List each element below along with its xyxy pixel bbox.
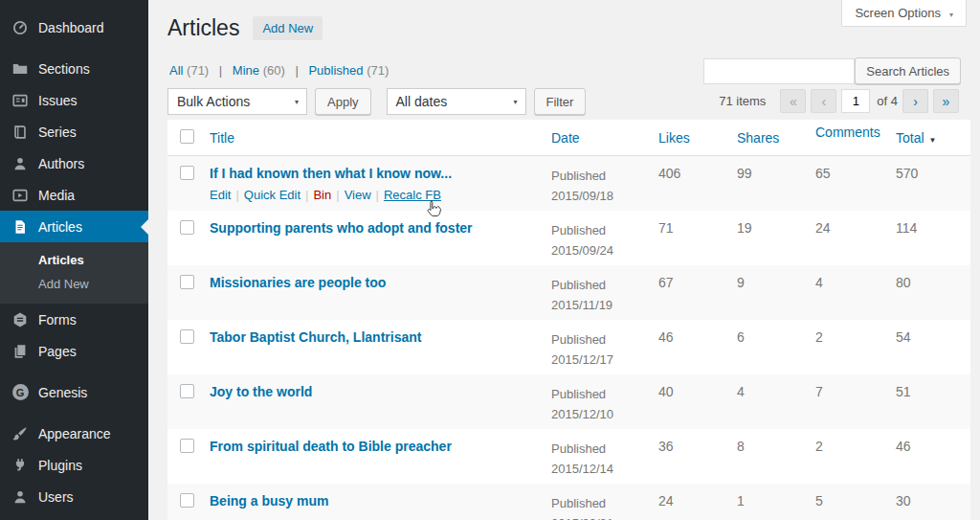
sidebar-item-genesis[interactable]: G Genesis <box>0 376 148 408</box>
total-value: 51 <box>888 374 970 429</box>
likes-value: 40 <box>651 374 729 429</box>
search-articles-button[interactable]: Search Articles <box>855 57 961 84</box>
screen-options-button[interactable]: Screen Options▾ <box>841 0 967 27</box>
sidebar-item-sections[interactable]: Sections <box>0 53 148 84</box>
column-header-title[interactable]: Title <box>210 130 234 146</box>
row-checkbox[interactable] <box>180 439 194 453</box>
apply-button[interactable]: Apply <box>315 88 371 115</box>
edit-link[interactable]: Edit <box>210 188 231 202</box>
column-header-date[interactable]: Date <box>551 130 580 146</box>
document-icon <box>11 217 30 237</box>
page-title: Articles <box>167 15 239 41</box>
sidebar-item-media[interactable]: Media <box>0 179 148 211</box>
bulk-actions-select[interactable]: Bulk Actions ▾ <box>167 88 307 115</box>
search-input[interactable] <box>703 58 855 84</box>
shares-value: 4 <box>729 374 808 429</box>
separator: | <box>376 188 379 202</box>
pagination: 71 items « ‹ of 4 › » <box>719 89 959 113</box>
row-checkbox[interactable] <box>180 384 194 398</box>
comments-value: 4 <box>808 265 888 320</box>
view-count: (71) <box>187 63 209 78</box>
view-link[interactable]: View <box>345 188 371 202</box>
next-page-button[interactable]: › <box>902 89 928 113</box>
sidebar-item-forms[interactable]: Forms <box>0 304 148 335</box>
screen-options-label: Screen Options <box>855 6 941 20</box>
sidebar-item-label: Dashboard <box>38 20 104 35</box>
post-status: Published <box>551 166 651 186</box>
last-page-button[interactable]: » <box>933 89 959 113</box>
post-date: 2015/09/24 <box>551 240 651 260</box>
row-checkbox[interactable] <box>180 275 194 289</box>
comments-value: 2 <box>808 429 888 484</box>
sidebar-item-users[interactable]: Users <box>0 481 148 512</box>
submenu-item-add-new[interactable]: Add New <box>0 272 148 296</box>
row-checkbox[interactable] <box>180 220 194 235</box>
total-value: 80 <box>888 265 970 320</box>
sidebar-item-dashboard[interactable]: Dashboard <box>0 11 148 43</box>
view-filter-all[interactable]: All <box>169 63 183 78</box>
view-filter-published[interactable]: Published <box>308 63 363 78</box>
date-filter-select[interactable]: All dates ▾ <box>387 88 526 115</box>
add-new-button[interactable]: Add New <box>253 16 323 40</box>
row-checkbox[interactable] <box>180 493 194 508</box>
brush-icon <box>11 424 30 443</box>
view-count: (60) <box>263 63 285 78</box>
current-page-input[interactable] <box>841 89 870 113</box>
folder-icon <box>11 59 30 79</box>
post-status: Published <box>551 220 651 240</box>
article-title-link[interactable]: Supporting parents who adopt and foster <box>210 220 473 236</box>
row-checkbox[interactable] <box>180 166 194 180</box>
column-header-likes[interactable]: Likes <box>658 130 690 146</box>
list-toolbar: Bulk Actions ▾ Apply All dates ▾ Filter … <box>167 88 970 117</box>
pages-icon <box>11 342 30 361</box>
first-page-button[interactable]: « <box>780 89 806 113</box>
active-menu-arrow <box>133 219 148 235</box>
sidebar-item-authors[interactable]: Authors <box>0 147 148 179</box>
sidebar-item-plugins[interactable]: Plugins <box>0 449 148 481</box>
sidebar-item-issues[interactable]: Issues <box>0 84 148 116</box>
prev-page-button[interactable]: ‹ <box>811 89 836 113</box>
view-count: (71) <box>367 63 389 78</box>
table-row: Being a busy mum Published2015/09/21 24 … <box>167 484 970 520</box>
filter-button[interactable]: Filter <box>534 88 587 115</box>
column-header-comments[interactable]: Comments <box>815 124 880 140</box>
bin-link[interactable]: Bin <box>313 188 331 202</box>
quick-edit-link[interactable]: Quick Edit <box>244 188 301 202</box>
article-title-link[interactable]: Joy to the world <box>210 384 312 399</box>
book-icon <box>11 123 30 142</box>
items-count: 71 items <box>719 94 766 108</box>
table-row: If I had known then what I know now... E… <box>167 156 970 211</box>
id-card-icon <box>11 91 30 110</box>
sidebar-item-pages[interactable]: Pages <box>0 335 148 367</box>
table-row: From spiritual death to Bible preacher P… <box>167 429 970 484</box>
genesis-icon: G <box>11 383 30 402</box>
post-date: 2015/12/10 <box>551 404 651 424</box>
submenu-item-articles[interactable]: Articles <box>0 248 148 272</box>
recalc-fb-link[interactable]: Recalc FB <box>384 188 441 202</box>
article-title-link[interactable]: If I had known then what I know now... <box>210 166 452 181</box>
likes-value: 406 <box>651 156 729 211</box>
separator: | <box>295 63 298 78</box>
view-filter-mine[interactable]: Mine <box>233 63 259 78</box>
column-header-total[interactable]: Total <box>896 130 924 146</box>
article-title-link[interactable]: Being a busy mum <box>210 493 328 509</box>
likes-value: 36 <box>651 429 729 484</box>
select-all-checkbox[interactable] <box>180 129 194 144</box>
row-checkbox[interactable] <box>180 329 194 344</box>
post-status: Published <box>551 439 651 459</box>
post-date: 2015/09/21 <box>551 513 651 520</box>
sidebar-item-label: Genesis <box>38 385 87 400</box>
separator: | <box>336 188 339 202</box>
shares-value: 99 <box>729 156 808 211</box>
sidebar-item-articles[interactable]: Articles <box>0 211 148 242</box>
sidebar-item-series[interactable]: Series <box>0 116 148 147</box>
post-status: Published <box>551 493 651 513</box>
article-title-link[interactable]: From spiritual death to Bible preacher <box>210 439 452 454</box>
shares-value: 19 <box>729 211 808 265</box>
article-title-link[interactable]: Tabor Baptist Church, Llantrisant <box>210 329 421 345</box>
post-status: Published <box>551 384 651 404</box>
sidebar-item-label: Series <box>38 124 77 140</box>
sidebar-item-appearance[interactable]: Appearance <box>0 418 148 449</box>
article-title-link[interactable]: Missionaries are people too <box>210 275 386 290</box>
column-header-shares[interactable]: Shares <box>737 130 779 146</box>
